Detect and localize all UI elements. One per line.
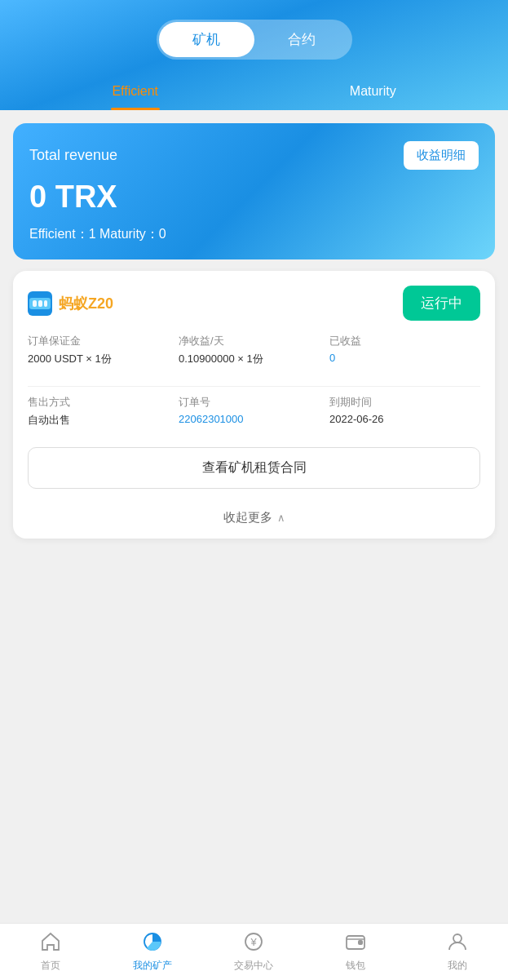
nav-label-wallet: 钱包	[346, 959, 365, 973]
nav-item-trade[interactable]: ¥ 交易中心	[203, 925, 305, 979]
header-area: 矿机 合约 Efficient Maturity	[0, 0, 508, 110]
detail-col-2: 已收益 0	[329, 334, 480, 366]
svg-rect-4	[44, 300, 47, 307]
home-icon	[40, 931, 61, 956]
status-badge: 运行中	[403, 286, 480, 321]
detail-label-3: 售出方式	[28, 395, 179, 410]
svg-rect-3	[38, 300, 42, 307]
detail-label-0: 订单保证金	[28, 334, 179, 348]
nav-item-mining[interactable]: 我的矿产	[102, 925, 204, 979]
details-grid-row1: 订单保证金 2000 USDT × 1份 净收益/天 0.10900000 × …	[28, 334, 480, 378]
detail-value-5: 2022-06-26	[329, 413, 480, 425]
nav-label-mining: 我的矿产	[133, 959, 172, 973]
detail-col-0: 订单保证金 2000 USDT × 1份	[28, 334, 179, 366]
bottom-nav: 首页 我的矿产 ¥ 交易中心 钱包	[0, 923, 508, 980]
tab-maturity[interactable]: Maturity	[254, 76, 493, 110]
machine-card: 蚂蚁Z20 运行中 订单保证金 2000 USDT × 1份 净收益/天 0.1…	[13, 271, 495, 539]
svg-rect-2	[33, 300, 37, 307]
nav-item-wallet[interactable]: 钱包	[305, 925, 407, 979]
collapse-label: 收起更多	[223, 510, 272, 525]
revenue-label: Total revenue	[29, 147, 117, 164]
machine-name-row: 蚂蚁Z20	[28, 291, 113, 316]
detail-label-4: 订单号	[179, 395, 329, 410]
main-toggle: 矿机 合约	[157, 20, 352, 60]
detail-value-1: 0.10900000 × 1份	[179, 352, 329, 366]
detail-value-3: 自动出售	[28, 413, 179, 428]
detail-label-5: 到期时间	[329, 395, 480, 410]
tab-efficient[interactable]: Efficient	[16, 76, 254, 110]
detail-col-4: 订单号 22062301000	[179, 395, 329, 428]
revenue-stats: Efficient：1 Maturity：0	[29, 226, 479, 243]
pie-chart-icon	[142, 931, 163, 956]
nav-label-trade: 交易中心	[234, 959, 273, 973]
detail-value-2: 0	[329, 352, 480, 364]
toggle-miner[interactable]: 矿机	[159, 22, 254, 57]
view-contract-button[interactable]: 查看矿机租赁合同	[28, 447, 480, 489]
nav-label-home: 首页	[41, 959, 60, 973]
main-content: Total revenue 收益明细 0 TRX Efficient：1 Mat…	[0, 110, 508, 980]
revenue-detail-button[interactable]: 收益明细	[404, 141, 479, 170]
collapse-row[interactable]: 收起更多 ∧	[28, 500, 480, 539]
person-icon	[447, 931, 468, 956]
toggle-contract[interactable]: 合约	[254, 22, 350, 57]
detail-divider	[28, 386, 480, 387]
nav-item-home[interactable]: 首页	[0, 925, 102, 979]
ant-icon	[28, 291, 52, 316]
details-grid-row2: 售出方式 自动出售 订单号 22062301000 到期时间 2022-06-2…	[28, 395, 480, 439]
detail-value-4: 22062301000	[179, 413, 329, 425]
svg-text:¥: ¥	[250, 936, 258, 948]
revenue-card: Total revenue 收益明细 0 TRX Efficient：1 Mat…	[13, 123, 495, 259]
svg-point-11	[453, 934, 462, 942]
detail-label-2: 已收益	[329, 334, 480, 348]
chevron-up-icon: ∧	[277, 512, 285, 524]
detail-col-1: 净收益/天 0.10900000 × 1份	[179, 334, 329, 366]
svg-rect-9	[358, 940, 363, 945]
revenue-amount: 0 TRX	[29, 180, 479, 215]
detail-col-5: 到期时间 2022-06-26	[329, 395, 480, 428]
sub-tabs: Efficient Maturity	[16, 76, 492, 110]
machine-card-header: 蚂蚁Z20 运行中	[28, 286, 480, 321]
detail-col-3: 售出方式 自动出售	[28, 395, 179, 428]
trade-icon: ¥	[243, 931, 264, 956]
wallet-icon	[345, 931, 366, 956]
machine-name: 蚂蚁Z20	[59, 294, 113, 313]
nav-item-me[interactable]: 我的	[406, 925, 508, 979]
detail-label-1: 净收益/天	[179, 334, 329, 348]
detail-value-0: 2000 USDT × 1份	[28, 352, 179, 366]
revenue-card-top: Total revenue 收益明细	[29, 141, 479, 170]
nav-label-me: 我的	[448, 959, 467, 973]
